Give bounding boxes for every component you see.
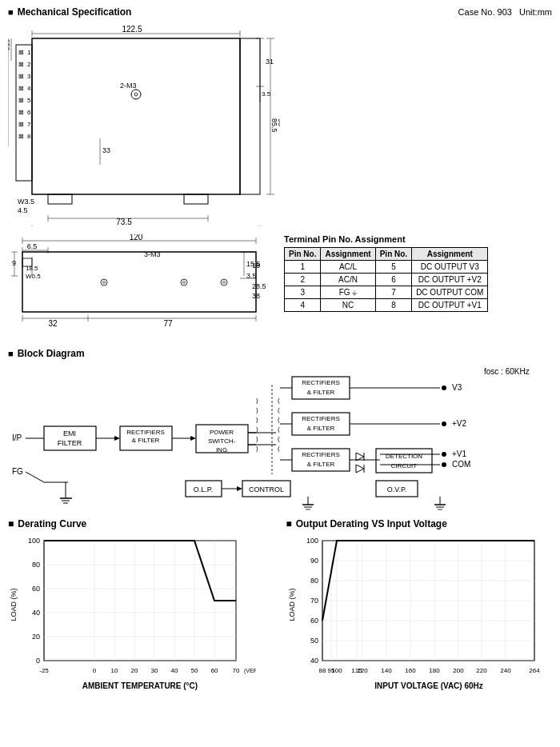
svg-text:RECTIFIERS: RECTIFIERS bbox=[302, 379, 340, 386]
svg-text:& FILTER: & FILTER bbox=[307, 425, 335, 432]
svg-text:30: 30 bbox=[151, 667, 158, 674]
svg-text:70: 70 bbox=[310, 597, 318, 605]
table-cell: AC/N bbox=[321, 274, 375, 286]
svg-text:(: ( bbox=[278, 397, 280, 404]
table-cell: 4 bbox=[285, 299, 321, 312]
svg-text:264: 264 bbox=[529, 667, 540, 674]
table-cell: 8 bbox=[375, 299, 411, 312]
output-derating-section: Output Derating VS Input Voltage 40 50 6… bbox=[286, 518, 553, 694]
svg-text:4: 4 bbox=[27, 85, 31, 92]
table-cell: 7 bbox=[375, 286, 411, 299]
svg-text:DETECTION: DETECTION bbox=[386, 453, 422, 460]
table-cell: NC bbox=[321, 299, 375, 312]
svg-text:RECTIFIERS: RECTIFIERS bbox=[126, 429, 165, 436]
svg-text:20: 20 bbox=[131, 667, 138, 674]
svg-text:5: 5 bbox=[27, 97, 31, 104]
svg-text:6: 6 bbox=[27, 109, 31, 116]
block-diagram-svg: fosc : 60KHz I/P FG EMI FILTER bbox=[8, 362, 552, 510]
svg-point-74 bbox=[181, 279, 187, 286]
table-cell: DC OUTPUT COM bbox=[412, 286, 488, 299]
svg-text:1: 1 bbox=[27, 49, 31, 56]
derating-curve-section: Derating Curve 0 20 40 60 80 100 bbox=[8, 518, 274, 694]
svg-text:O.L.P.: O.L.P. bbox=[194, 485, 213, 493]
svg-text:140: 140 bbox=[381, 667, 392, 674]
mech-spec-title: Mechanical Specification bbox=[8, 6, 131, 18]
derating-curve-svg: 0 20 40 60 80 100 -25 0 10 bbox=[8, 533, 256, 693]
svg-point-139 bbox=[442, 385, 446, 390]
svg-text:⊠: ⊠ bbox=[18, 61, 24, 68]
svg-text:FG: FG bbox=[12, 467, 23, 476]
svg-text:W0.5: W0.5 bbox=[26, 273, 41, 280]
svg-text:fosc : 60KHz: fosc : 60KHz bbox=[484, 367, 530, 376]
table-cell: DC OUTPUT +V1 bbox=[412, 299, 488, 312]
case-number: Case No. 903 bbox=[458, 7, 512, 17]
svg-text:3.5: 3.5 bbox=[246, 272, 257, 280]
svg-text:(: ( bbox=[278, 435, 280, 442]
svg-point-158 bbox=[442, 462, 446, 467]
svg-text:CONTROL: CONTROL bbox=[249, 485, 284, 493]
svg-text:-25: -25 bbox=[39, 667, 49, 674]
svg-marker-181 bbox=[356, 465, 364, 473]
col-header-assign2: Assignment bbox=[412, 248, 488, 261]
svg-text:INPUT VOLTAGE (VAC) 60Hz: INPUT VOLTAGE (VAC) 60Hz bbox=[374, 681, 483, 690]
svg-text:32: 32 bbox=[48, 319, 58, 328]
svg-text:88: 88 bbox=[318, 667, 326, 674]
svg-text:60: 60 bbox=[310, 617, 318, 625]
svg-text:CIRCUIT: CIRCUIT bbox=[391, 462, 418, 469]
block-diagram-section: Block Diagram fosc : 60KHz I/P FG bbox=[8, 348, 552, 510]
svg-point-147 bbox=[442, 421, 446, 426]
svg-text:3.5: 3.5 bbox=[262, 90, 271, 98]
svg-text:⊠: ⊠ bbox=[18, 121, 24, 128]
table-cell: DC OUTPUT +V2 bbox=[412, 274, 488, 286]
svg-point-77 bbox=[223, 282, 226, 284]
svg-text:120: 120 bbox=[130, 234, 143, 242]
svg-text:60: 60 bbox=[211, 667, 218, 674]
svg-text:RECTIFIERS: RECTIFIERS bbox=[302, 451, 340, 458]
page: Mechanical Specification Case No. 903 Un… bbox=[0, 0, 560, 701]
svg-rect-26 bbox=[240, 38, 260, 194]
table-cell: 6 bbox=[375, 274, 411, 286]
svg-text:(: ( bbox=[278, 445, 280, 452]
svg-point-75 bbox=[183, 282, 186, 284]
svg-text:V3: V3 bbox=[452, 383, 462, 392]
svg-text:4.5: 4.5 bbox=[18, 206, 28, 214]
terminal-table-title: Terminal Pin No. Assignment bbox=[284, 234, 552, 244]
col-header-assign1: Assignment bbox=[321, 248, 375, 261]
svg-text:100: 100 bbox=[28, 537, 40, 545]
svg-text:40: 40 bbox=[32, 609, 40, 617]
svg-text:100: 100 bbox=[331, 667, 342, 674]
svg-text:40: 40 bbox=[171, 667, 178, 674]
svg-text:LOAD (%): LOAD (%) bbox=[288, 588, 296, 621]
svg-text:220: 220 bbox=[476, 667, 487, 674]
table-cell: FG ⏚ bbox=[321, 286, 375, 299]
terminal-table-section: Terminal Pin No. Assignment Pin No. Assi… bbox=[284, 234, 552, 312]
svg-text:7: 7 bbox=[27, 121, 31, 128]
svg-text:): ) bbox=[256, 425, 258, 433]
svg-text:⊠: ⊠ bbox=[18, 109, 24, 116]
terminal-table: Pin No. Assignment Pin No. Assignment 1A… bbox=[284, 247, 488, 312]
svg-text:73.5: 73.5 bbox=[116, 218, 132, 226]
svg-text:POWER: POWER bbox=[210, 429, 234, 436]
svg-text:I/P: I/P bbox=[12, 433, 22, 442]
svg-text:& FILTER: & FILTER bbox=[307, 389, 335, 396]
svg-text:3: 3 bbox=[27, 73, 31, 80]
svg-rect-185 bbox=[44, 541, 236, 661]
svg-text:O.V.P.: O.V.P. bbox=[387, 485, 407, 493]
svg-point-76 bbox=[221, 279, 227, 286]
svg-text:⊠: ⊠ bbox=[18, 85, 24, 92]
svg-text:77: 77 bbox=[163, 319, 173, 328]
table-cell: 2 bbox=[285, 274, 321, 286]
svg-text:240: 240 bbox=[500, 667, 511, 674]
svg-text:ING: ING bbox=[216, 446, 227, 453]
table-cell: 1 bbox=[285, 261, 321, 274]
svg-text:200: 200 bbox=[453, 667, 464, 674]
svg-text:): ) bbox=[256, 416, 258, 423]
svg-rect-44 bbox=[184, 194, 208, 204]
svg-text:⊠: ⊠ bbox=[18, 97, 24, 104]
svg-text:98: 98 bbox=[277, 118, 280, 126]
svg-text:(: ( bbox=[278, 425, 280, 433]
svg-text:40: 40 bbox=[310, 657, 318, 665]
svg-line-98 bbox=[26, 472, 44, 482]
svg-rect-43 bbox=[48, 194, 72, 204]
table-cell: DC OUTPUT V3 bbox=[412, 261, 488, 274]
